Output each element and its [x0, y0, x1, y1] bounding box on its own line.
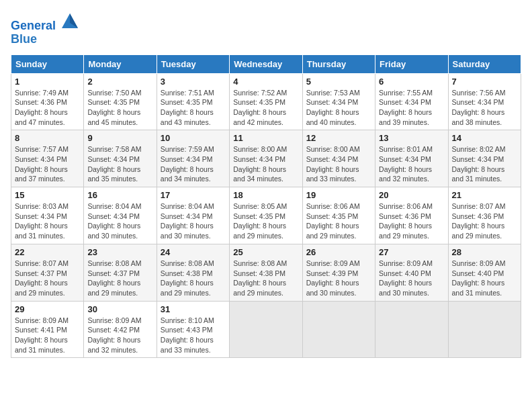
calendar-cell: 29Sunrise: 8:09 AMSunset: 4:41 PMDayligh… — [11, 301, 84, 358]
calendar-week-1: 1Sunrise: 7:49 AMSunset: 4:36 PMDaylight… — [11, 73, 521, 130]
day-number: 5 — [306, 77, 371, 87]
cell-info: Sunrise: 7:59 AMSunset: 4:34 PMDaylight:… — [161, 144, 226, 184]
calendar-cell: 16Sunrise: 8:04 AMSunset: 4:34 PMDayligh… — [84, 187, 157, 244]
cell-info: Sunrise: 8:04 AMSunset: 4:34 PMDaylight:… — [161, 201, 226, 241]
day-number: 10 — [161, 133, 226, 143]
cell-info: Sunrise: 7:52 AMSunset: 4:35 PMDaylight:… — [233, 88, 298, 128]
cell-info: Sunrise: 7:55 AMSunset: 4:34 PMDaylight:… — [379, 88, 444, 128]
day-number: 20 — [379, 190, 444, 200]
cell-info: Sunrise: 8:09 AMSunset: 4:41 PMDaylight:… — [15, 316, 80, 355]
calendar-cell: 22Sunrise: 8:07 AMSunset: 4:37 PMDayligh… — [11, 244, 84, 301]
calendar-cell: 13Sunrise: 8:01 AMSunset: 4:34 PMDayligh… — [375, 130, 448, 187]
calendar-week-3: 15Sunrise: 8:03 AMSunset: 4:34 PMDayligh… — [11, 187, 521, 244]
logo-icon — [60, 11, 79, 30]
calendar-cell: 14Sunrise: 8:02 AMSunset: 4:34 PMDayligh… — [448, 130, 521, 187]
cell-info: Sunrise: 8:08 AMSunset: 4:38 PMDaylight:… — [161, 259, 226, 298]
calendar-cell: 27Sunrise: 8:09 AMSunset: 4:40 PMDayligh… — [375, 244, 448, 301]
cell-info: Sunrise: 8:00 AMSunset: 4:34 PMDaylight:… — [233, 144, 298, 184]
calendar-cell: 31Sunrise: 8:10 AMSunset: 4:43 PMDayligh… — [157, 301, 229, 358]
cell-info: Sunrise: 8:09 AMSunset: 4:42 PMDaylight:… — [87, 316, 152, 355]
calendar-cell: 21Sunrise: 8:07 AMSunset: 4:36 PMDayligh… — [448, 187, 521, 244]
day-number: 30 — [87, 304, 152, 314]
cell-info: Sunrise: 8:02 AMSunset: 4:34 PMDaylight:… — [452, 144, 517, 184]
cell-info: Sunrise: 8:06 AMSunset: 4:36 PMDaylight:… — [379, 201, 444, 241]
calendar-cell: 7Sunrise: 7:56 AMSunset: 4:34 PMDaylight… — [448, 73, 521, 130]
calendar-week-2: 8Sunrise: 7:57 AMSunset: 4:34 PMDaylight… — [11, 130, 521, 187]
calendar-table: SundayMondayTuesdayWednesdayThursdayFrid… — [11, 54, 521, 359]
calendar-cell: 17Sunrise: 8:04 AMSunset: 4:34 PMDayligh… — [157, 187, 229, 244]
calendar-cell: 8Sunrise: 7:57 AMSunset: 4:34 PMDaylight… — [11, 130, 84, 187]
calendar-cell: 1Sunrise: 7:49 AMSunset: 4:36 PMDaylight… — [11, 73, 84, 130]
cell-info: Sunrise: 7:58 AMSunset: 4:34 PMDaylight:… — [87, 144, 152, 184]
calendar-body: 1Sunrise: 7:49 AMSunset: 4:36 PMDaylight… — [11, 73, 521, 358]
cell-info: Sunrise: 7:51 AMSunset: 4:35 PMDaylight:… — [161, 88, 226, 128]
logo-blue: Blue — [11, 32, 37, 46]
day-number: 23 — [87, 247, 152, 257]
calendar-cell — [230, 301, 302, 358]
day-number: 1 — [15, 77, 80, 87]
logo-general: General — [11, 19, 56, 32]
day-number: 31 — [161, 304, 226, 314]
cell-info: Sunrise: 7:57 AMSunset: 4:34 PMDaylight:… — [15, 144, 80, 184]
day-number: 18 — [233, 190, 298, 200]
weekday-header-saturday: Saturday — [448, 54, 521, 73]
weekday-header-thursday: Thursday — [302, 54, 375, 73]
calendar-cell: 23Sunrise: 8:08 AMSunset: 4:37 PMDayligh… — [84, 244, 157, 301]
day-number: 15 — [15, 190, 80, 200]
calendar-cell: 6Sunrise: 7:55 AMSunset: 4:34 PMDaylight… — [375, 73, 448, 130]
day-number: 26 — [306, 247, 371, 257]
weekday-header-wednesday: Wednesday — [230, 54, 302, 73]
day-number: 16 — [87, 190, 152, 200]
day-number: 2 — [87, 77, 152, 87]
calendar-cell: 20Sunrise: 8:06 AMSunset: 4:36 PMDayligh… — [375, 187, 448, 244]
cell-info: Sunrise: 8:10 AMSunset: 4:43 PMDaylight:… — [161, 316, 226, 355]
cell-info: Sunrise: 7:50 AMSunset: 4:35 PMDaylight:… — [87, 88, 152, 128]
calendar-cell: 28Sunrise: 8:09 AMSunset: 4:40 PMDayligh… — [448, 244, 521, 301]
cell-info: Sunrise: 8:01 AMSunset: 4:34 PMDaylight:… — [379, 144, 444, 184]
cell-info: Sunrise: 8:09 AMSunset: 4:40 PMDaylight:… — [452, 259, 517, 298]
day-number: 9 — [87, 133, 152, 143]
day-number: 4 — [233, 77, 298, 87]
calendar-cell: 9Sunrise: 7:58 AMSunset: 4:34 PMDaylight… — [84, 130, 157, 187]
day-number: 24 — [161, 247, 226, 257]
day-number: 13 — [379, 133, 444, 143]
cell-info: Sunrise: 8:08 AMSunset: 4:37 PMDaylight:… — [87, 259, 152, 298]
calendar-cell: 18Sunrise: 8:05 AMSunset: 4:35 PMDayligh… — [230, 187, 302, 244]
cell-info: Sunrise: 8:09 AMSunset: 4:40 PMDaylight:… — [379, 259, 444, 298]
weekday-header-sunday: Sunday — [11, 54, 84, 73]
cell-info: Sunrise: 7:53 AMSunset: 4:34 PMDaylight:… — [306, 88, 371, 128]
day-number: 11 — [233, 133, 298, 143]
day-number: 3 — [161, 77, 226, 87]
calendar-week-4: 22Sunrise: 8:07 AMSunset: 4:37 PMDayligh… — [11, 244, 521, 301]
day-number: 12 — [306, 133, 371, 143]
calendar-cell: 4Sunrise: 7:52 AMSunset: 4:35 PMDaylight… — [230, 73, 302, 130]
calendar-cell: 5Sunrise: 7:53 AMSunset: 4:34 PMDaylight… — [302, 73, 375, 130]
day-number: 14 — [452, 133, 517, 143]
cell-info: Sunrise: 8:08 AMSunset: 4:38 PMDaylight:… — [233, 259, 298, 298]
calendar-cell: 30Sunrise: 8:09 AMSunset: 4:42 PMDayligh… — [84, 301, 157, 358]
cell-info: Sunrise: 8:04 AMSunset: 4:34 PMDaylight:… — [87, 201, 152, 241]
weekday-header-tuesday: Tuesday — [157, 54, 229, 73]
calendar-cell: 26Sunrise: 8:09 AMSunset: 4:39 PMDayligh… — [302, 244, 375, 301]
day-number: 27 — [379, 247, 444, 257]
calendar-cell: 10Sunrise: 7:59 AMSunset: 4:34 PMDayligh… — [157, 130, 229, 187]
day-number: 7 — [452, 77, 517, 87]
calendar-cell: 25Sunrise: 8:08 AMSunset: 4:38 PMDayligh… — [230, 244, 302, 301]
cell-info: Sunrise: 8:09 AMSunset: 4:39 PMDaylight:… — [306, 259, 371, 298]
calendar-cell: 11Sunrise: 8:00 AMSunset: 4:34 PMDayligh… — [230, 130, 302, 187]
calendar-week-5: 29Sunrise: 8:09 AMSunset: 4:41 PMDayligh… — [11, 301, 521, 358]
cell-info: Sunrise: 7:49 AMSunset: 4:36 PMDaylight:… — [15, 88, 80, 128]
calendar-cell: 2Sunrise: 7:50 AMSunset: 4:35 PMDaylight… — [84, 73, 157, 130]
weekday-header-monday: Monday — [84, 54, 157, 73]
day-number: 25 — [233, 247, 298, 257]
cell-info: Sunrise: 8:07 AMSunset: 4:37 PMDaylight:… — [15, 259, 80, 298]
day-number: 28 — [452, 247, 517, 257]
logo: General Blue — [11, 11, 79, 46]
day-number: 6 — [379, 77, 444, 87]
day-number: 8 — [15, 133, 80, 143]
cell-info: Sunrise: 8:03 AMSunset: 4:34 PMDaylight:… — [15, 201, 80, 241]
calendar-cell: 19Sunrise: 8:06 AMSunset: 4:35 PMDayligh… — [302, 187, 375, 244]
calendar-cell — [448, 301, 521, 358]
day-number: 29 — [15, 304, 80, 314]
calendar-cell: 24Sunrise: 8:08 AMSunset: 4:38 PMDayligh… — [157, 244, 229, 301]
